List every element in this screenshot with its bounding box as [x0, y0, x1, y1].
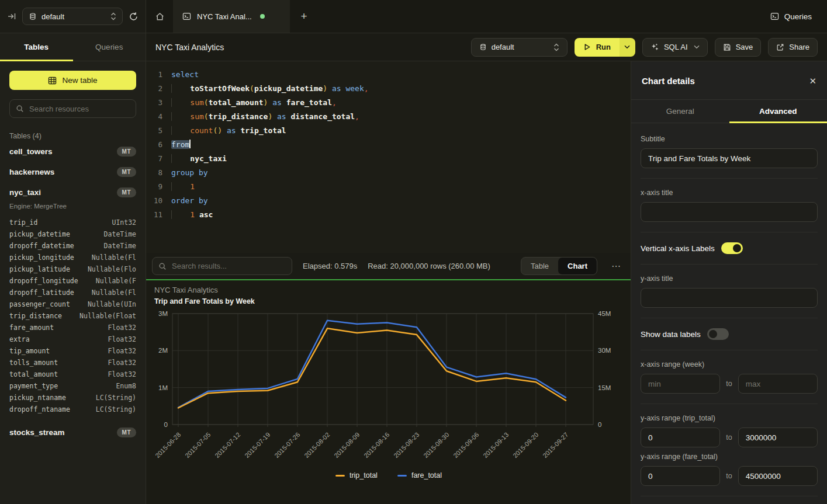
x-axis-title-input[interactable] [648, 208, 810, 217]
code-line[interactable]: 11 1 asc [146, 208, 631, 222]
code-line[interactable]: 4 sum(trip_distance) as distance_total, [146, 110, 631, 124]
show-data-labels-row: Show data labels [641, 328, 818, 340]
chart-svg[interactable]: 001M15M2M30M3M45M2015-06-282015-07-05201… [146, 280, 631, 504]
new-table-button[interactable]: New table [9, 71, 136, 90]
line-number: 2 [146, 82, 162, 96]
search-icon [16, 105, 24, 113]
main-area: NYC Taxi Anal... + Queries NYC Taxi Anal… [146, 0, 827, 504]
panel-title: Chart details [642, 76, 695, 86]
code-line[interactable]: 1select [146, 68, 631, 82]
legend-item-fare_total[interactable]: fare_total [397, 471, 442, 479]
tab-nyc-taxi-analytics[interactable]: NYC Taxi Anal... [173, 0, 290, 33]
column-type: UInt32 [112, 217, 136, 228]
query-database-selector[interactable]: default [471, 38, 568, 57]
tab-general[interactable]: General [631, 100, 729, 123]
legend-label: trip_total [350, 471, 378, 479]
y-fare-min-input[interactable] [648, 472, 712, 481]
chevron-down-icon[interactable] [694, 45, 700, 49]
x-min-input[interactable] [648, 380, 712, 388]
code-line[interactable]: 9 1 [146, 180, 631, 194]
share-button[interactable]: Share [768, 38, 818, 57]
engine-badge: MT [117, 187, 136, 197]
vertical-x-labels-toggle[interactable] [721, 242, 743, 254]
x-axis-range-row: to [641, 374, 818, 394]
engine-badge: MT [117, 167, 136, 177]
sidebar-search-input[interactable] [29, 105, 130, 113]
home-icon [155, 12, 165, 22]
results-search-input[interactable] [172, 262, 286, 270]
column-list: trip_idUInt32pickup_datetimeDateTimedrop… [0, 214, 146, 422]
sidebar-tab-queries[interactable]: Queries [73, 33, 146, 61]
engine-badge: MT [117, 147, 136, 157]
code-line[interactable]: 3 sum(total_amount) as fare_total, [146, 96, 631, 110]
run-options-button[interactable] [620, 38, 635, 57]
svg-text:2015-07-05: 2015-07-05 [184, 431, 212, 459]
column-type: Float32 [108, 345, 136, 357]
y-trip-max-input[interactable] [746, 433, 810, 442]
table-name: hackernews [9, 168, 54, 176]
save-button[interactable]: Save [715, 38, 762, 57]
sidebar: default Tables Queries New table [0, 0, 146, 504]
collapse-sidebar-icon[interactable] [7, 12, 16, 21]
legend-item-trip_total[interactable]: trip_total [335, 471, 378, 479]
svg-text:2015-08-02: 2015-08-02 [303, 431, 331, 459]
table-item-stocks_stream[interactable]: stocks_streamMT [0, 422, 146, 443]
y-trip-min-input[interactable] [648, 433, 712, 442]
home-button[interactable] [146, 0, 173, 33]
refresh-icon[interactable] [129, 12, 139, 22]
column-type: Nullable(F [96, 275, 136, 287]
table-item-cell_towers[interactable]: cell_towersMT [0, 141, 146, 162]
y-axis-title-input[interactable] [648, 294, 810, 303]
more-options-icon[interactable]: ⋯ [608, 260, 625, 272]
sidebar-tab-tables[interactable]: Tables [0, 33, 73, 61]
table-item-hackernews[interactable]: hackernewsMT [0, 162, 146, 182]
column-row: dropoff_datetimeDateTime [9, 240, 136, 252]
y-fare-min-field [641, 466, 720, 486]
column-name: dropoff_datetime [9, 240, 74, 252]
tab-advanced[interactable]: Advanced [729, 100, 827, 123]
code-line[interactable]: 2 toStartOfWeek(pickup_datetime) as week… [146, 82, 631, 96]
sidebar-search[interactable] [9, 99, 136, 118]
code-line[interactable]: 8group by [146, 166, 631, 180]
divider [641, 496, 818, 496]
column-row: pickup_datetimeDateTime [9, 228, 136, 240]
svg-text:2M: 2M [158, 347, 168, 354]
sidebar-body: New table Tables (4) cell_towersMThacker… [0, 61, 146, 504]
to-label: to [726, 380, 732, 388]
divider [641, 232, 818, 232]
y-fare-max-input[interactable] [746, 472, 810, 481]
code-line[interactable]: 7 nyc_taxi [146, 152, 631, 166]
y-axis-title-field [641, 288, 818, 308]
divider [641, 404, 818, 404]
divider [641, 318, 818, 318]
svg-text:30M: 30M [598, 347, 611, 354]
svg-text:2015-07-19: 2015-07-19 [243, 431, 271, 459]
tab-title: NYC Taxi Anal... [197, 12, 252, 21]
table-item-nyc_taxi[interactable]: nyc_taxiMT [0, 182, 146, 203]
run-button[interactable]: Run [575, 38, 635, 57]
sql-ai-button[interactable]: SQL AI [642, 38, 708, 57]
new-tab-button[interactable]: + [290, 0, 318, 33]
view-toggle-table[interactable]: Table [521, 258, 558, 274]
view-toggle-chart[interactable]: Chart [558, 258, 597, 274]
column-name: trip_id [9, 217, 37, 228]
x-axis-title-label: x-axis title [641, 189, 818, 197]
code-line[interactable]: 5 count() as trip_total [146, 124, 631, 138]
sql-editor[interactable]: 1select2 toStartOfWeek(pickup_datetime) … [146, 61, 631, 253]
show-data-labels-toggle[interactable] [707, 328, 729, 340]
column-name: trip_distance [9, 310, 62, 322]
column-type: LC(String) [96, 404, 136, 415]
close-icon[interactable]: ✕ [809, 77, 816, 85]
subtitle-input[interactable] [648, 154, 810, 163]
code-line[interactable]: 6from [146, 138, 631, 152]
chart-details-tabs: General Advanced [631, 100, 827, 123]
y-axis-range-trip-label: y-axis range (trip_total) [641, 414, 818, 422]
results-search[interactable] [152, 257, 292, 275]
database-selector[interactable]: default [22, 8, 123, 25]
queries-button[interactable]: Queries [770, 0, 812, 33]
text-cursor [189, 140, 191, 148]
table-name: stocks_stream [9, 428, 65, 437]
code-line[interactable]: 10order by [146, 194, 631, 208]
x-max-input[interactable] [746, 380, 810, 388]
chart-details-panel: Chart details ✕ General Advanced Subtitl… [631, 61, 827, 504]
